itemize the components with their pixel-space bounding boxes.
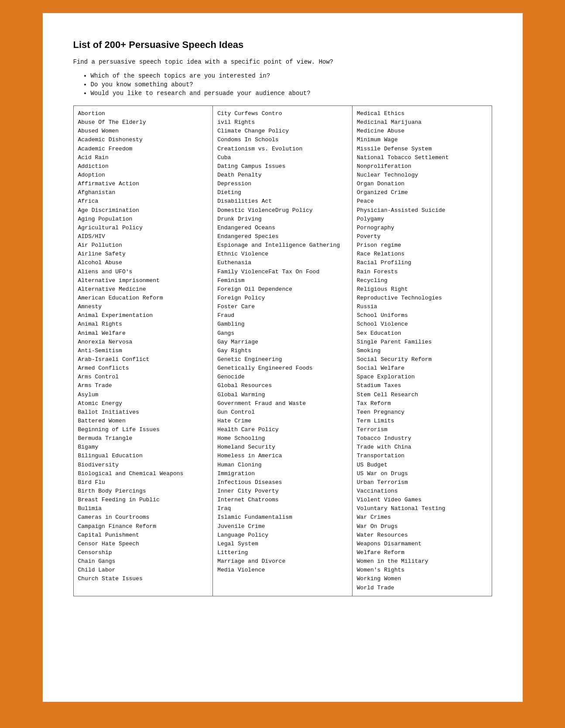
topic-item: Homeless in America <box>217 452 348 460</box>
topic-item: Beginning of Life Issues <box>78 425 209 434</box>
bullet-item: Would you like to research and persuade … <box>91 90 492 97</box>
topic-item: Polygamy <box>357 215 487 224</box>
topic-item: Agricultural Policy <box>78 224 209 232</box>
topic-item: Creationism vs. Evolution <box>217 145 348 153</box>
topic-item: Foster Care <box>217 303 348 311</box>
topic-item: Vaccinations <box>357 487 487 496</box>
topic-item: Single Parent Families <box>357 338 487 347</box>
topic-item: Aging Population <box>78 215 209 224</box>
topic-item: Gun Control <box>217 408 348 417</box>
topic-item: Inner City Poverty <box>217 487 348 496</box>
topic-item: Euthenasia <box>217 259 348 267</box>
topic-item: Religious Right <box>357 285 487 294</box>
topic-item: Minimum Wage <box>357 136 487 144</box>
topic-item: Armed Conflicts <box>78 364 209 373</box>
topic-item: Cuba <box>217 153 348 162</box>
topic-item: Tobacco Industry <box>357 434 487 443</box>
topic-item: Juvenile Crime <box>217 522 348 531</box>
topic-item: Physician-Assisted Suicide <box>357 206 487 215</box>
topic-item: Africa <box>78 197 209 206</box>
topic-item: Domestic ViolenceDrug Policy <box>217 206 348 215</box>
topic-item: War On Drugs <box>357 522 487 531</box>
topic-item: Internet Chatrooms <box>217 496 348 504</box>
topic-item: Condoms In Schools <box>217 136 348 144</box>
topic-item: Stem Cell Research <box>357 391 487 399</box>
topic-item: Missile Defense System <box>357 145 487 153</box>
column-1: AbortionAbuse Of The ElderlyAbused Women… <box>73 106 213 596</box>
topic-item: Bilingual Education <box>78 452 209 460</box>
topic-item: Climate Change Policy <box>217 127 348 136</box>
topic-item: Voluntary National Testing <box>357 504 487 513</box>
topic-item: City Curfews Contro <box>217 109 348 118</box>
topic-item: Dieting <box>217 188 348 197</box>
topic-item: Home Schooling <box>217 434 348 443</box>
topic-item: Aliens and UFO's <box>78 268 209 276</box>
topic-item: Legal System <box>217 540 348 548</box>
topic-item: Welfare Reform <box>357 548 487 557</box>
topic-item: Women's Rights <box>357 566 487 575</box>
topic-item: Bird Flu <box>78 478 209 487</box>
topic-item: Bermuda Triangle <box>78 434 209 443</box>
topic-item: Affirmative Action <box>78 180 209 188</box>
topic-item: AIDS/HIV <box>78 232 209 241</box>
topic-item: Arab-Israeli Conflict <box>78 355 209 364</box>
topic-item: Social Security Reform <box>357 355 487 364</box>
topic-item: Medicine Abuse <box>357 127 487 136</box>
topic-item: Human Cloning <box>217 461 348 469</box>
topic-item: Adoption <box>78 171 209 180</box>
bullet-list: Which of the speech topics are you inter… <box>91 72 492 97</box>
topic-item: Genocide <box>217 373 348 381</box>
topic-item: Medical Ethics <box>357 109 487 118</box>
topic-item: Islamic Fundamentalism <box>217 513 348 522</box>
topic-item: Immigration <box>217 469 348 478</box>
topic-item: Battered Women <box>78 417 209 425</box>
topic-item: Academic Freedom <box>78 145 209 153</box>
topic-item: Afghanistan <box>78 188 209 197</box>
topic-item: Fraud <box>217 311 348 320</box>
topic-item: Health Care Policy <box>217 425 348 434</box>
topic-item: Violent Video Games <box>357 496 487 504</box>
topic-item: Drunk Driving <box>217 215 348 224</box>
topic-item: Reproductive Technologies <box>357 294 487 303</box>
topic-item: Global Resources <box>217 381 348 390</box>
topic-item: Water Resources <box>357 531 487 540</box>
topic-item: Dating Campus Issues <box>217 162 348 171</box>
topic-item: Organized Crime <box>357 188 487 197</box>
topic-item: Nonproliferation <box>357 162 487 171</box>
topic-item: Chain Gangs <box>78 557 209 566</box>
page: List of 200+ Persuasive Speech Ideas Fin… <box>43 13 523 702</box>
topic-item: Endangered Oceans <box>217 224 348 232</box>
topic-item: Arms Trade <box>78 381 209 390</box>
topic-item: Rain Forests <box>357 268 487 276</box>
topic-item: Organ Donation <box>357 180 487 188</box>
topic-item: Trade with China <box>357 443 487 452</box>
topic-item: Family ViolenceFat Tax On Food <box>217 268 348 276</box>
topic-item: Medicinal Marijuana <box>357 118 487 127</box>
topic-item: Media Violence <box>217 566 348 575</box>
topic-item: Alcohol Abuse <box>78 259 209 267</box>
topic-item: Capital Punishment <box>78 531 209 540</box>
topic-item: Prison regime <box>357 241 487 250</box>
topic-item: School Uniforms <box>357 311 487 320</box>
topic-item: Endangered Species <box>217 232 348 241</box>
intro-text: Find a persuasive speech topic idea with… <box>73 58 492 65</box>
page-title: List of 200+ Persuasive Speech Ideas <box>73 39 492 51</box>
topic-item: Alternative Medicine <box>78 285 209 294</box>
topic-item: Church State Issues <box>78 575 209 583</box>
topic-item: Transportation <box>357 452 487 460</box>
topic-item: American Education Reform <box>78 294 209 303</box>
topic-item: Feminism <box>217 276 348 285</box>
topic-item: Littering <box>217 548 348 557</box>
topic-item: National Tobacco Settlement <box>357 153 487 162</box>
topic-item: Government Fraud and Waste <box>217 399 348 408</box>
topic-item: Tax Reform <box>357 399 487 408</box>
topic-item: Anti-Semitism <box>78 347 209 355</box>
topic-item: Abortion <box>78 109 209 118</box>
topic-item: Airline Safety <box>78 250 209 259</box>
topic-item: Animal Rights <box>78 320 209 329</box>
topic-item: Biological and Chemical Weapons <box>78 469 209 478</box>
topic-item: US Budget <box>357 461 487 469</box>
topic-item: Sex Education <box>357 329 487 338</box>
topic-item: Bigamy <box>78 443 209 452</box>
topic-item: Smoking <box>357 347 487 355</box>
